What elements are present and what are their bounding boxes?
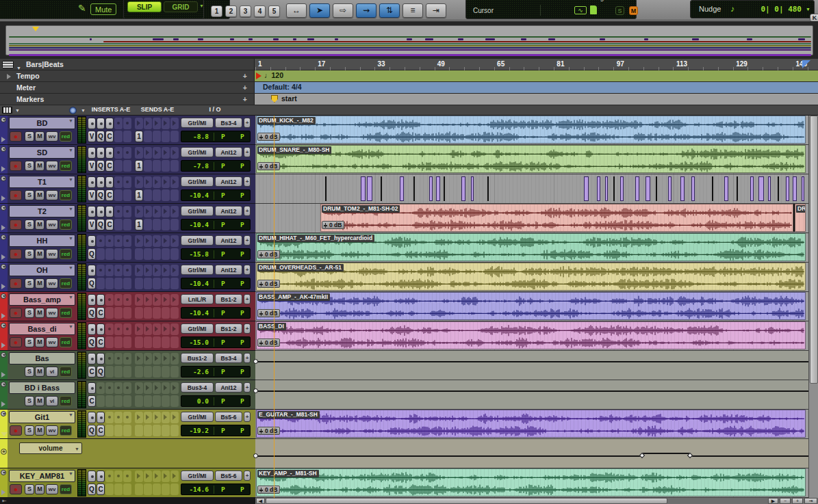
insert-button[interactable]: Q [88, 483, 96, 495]
input-path-button[interactable]: Gtrl/MI [181, 235, 214, 246]
track-name-plate[interactable]: OH ▼ [9, 264, 75, 276]
universe-view[interactable] [5, 25, 813, 55]
insert-slot[interactable] [97, 470, 105, 482]
volume-pan-display[interactable]: -2.6 P P [181, 366, 251, 377]
track-lane[interactable] [255, 351, 808, 380]
insert-button[interactable]: C [97, 336, 105, 348]
insert-button[interactable] [123, 219, 131, 230]
volume-pan-display[interactable]: -7.8 P P [181, 160, 251, 172]
edit-tool-button[interactable]: ≡ [402, 3, 423, 18]
solo-button[interactable]: S [25, 337, 34, 347]
record-mode-button[interactable]: red [60, 161, 72, 171]
add-meter-button[interactable]: + [243, 82, 247, 93]
tom-hit-clip[interactable] [646, 176, 650, 201]
record-mode-button[interactable]: red [60, 425, 72, 436]
vertical-scrollbar-thumb[interactable] [810, 116, 818, 384]
send-slot[interactable] [153, 265, 161, 276]
tom-hit-clip[interactable] [680, 176, 685, 201]
insert-button[interactable] [123, 278, 131, 289]
send-button[interactable] [162, 131, 170, 142]
track-color-strip[interactable] [0, 292, 8, 321]
send-button[interactable] [135, 425, 143, 436]
send-button[interactable] [170, 425, 179, 436]
send-slot[interactable] [162, 235, 170, 247]
track-lane[interactable]: DRUM_SNARE_-_M80-SH0 dB [255, 145, 808, 174]
zoom-in-button[interactable]: + [792, 498, 803, 504]
output-path-button[interactable]: Bs5-6 [215, 412, 242, 422]
insert-slot[interactable] [88, 470, 96, 482]
track-options-icon[interactable] [1, 323, 6, 328]
insert-button[interactable]: Q [88, 336, 96, 348]
insert-button[interactable] [105, 425, 114, 436]
automation-lane-selector[interactable]: volume▼ [19, 442, 82, 454]
sends-column-header[interactable]: SENDS A-E [135, 106, 180, 113]
insert-slot[interactable] [105, 147, 114, 159]
send-slot[interactable] [144, 412, 152, 423]
track-color-strip[interactable] [0, 351, 8, 380]
tom-hit-clip[interactable] [461, 176, 465, 201]
record-mode-button[interactable]: red [60, 308, 72, 318]
insert-button[interactable] [105, 248, 114, 260]
mute-button[interactable]: M [35, 367, 44, 377]
clip-gain-badge[interactable]: 0 dB [257, 280, 280, 288]
track-view-button[interactable]: wv [46, 278, 58, 289]
output-fader-mini-button[interactable]: + [244, 294, 251, 304]
audio-clip[interactable]: E_GUITAR_-_M81-SH0 dB [256, 410, 806, 438]
send-slot[interactable] [162, 382, 170, 394]
track-lane[interactable]: E_GUITAR_-_M81-SH0 dB [255, 410, 808, 439]
insert-button[interactable]: C [105, 219, 114, 230]
send-slot[interactable] [144, 147, 152, 159]
send-button[interactable] [170, 278, 179, 289]
output-path-button[interactable]: AnI12 [215, 147, 242, 157]
send-slot[interactable] [135, 176, 143, 188]
io-column-header[interactable]: I / O [181, 106, 249, 113]
insert-button[interactable]: Q [97, 366, 105, 377]
edit-tool-button[interactable]: ⇝ [356, 3, 376, 18]
audio-clip[interactable]: DRUM_KICK_-_M820 dB [256, 116, 806, 144]
send-button[interactable] [144, 189, 152, 201]
send-button[interactable] [162, 189, 170, 201]
record-enable-button[interactable]: ● [10, 190, 22, 200]
track-name-plate[interactable]: T1 ▼ [9, 176, 75, 188]
send-slot[interactable] [170, 147, 179, 159]
send-slot[interactable] [153, 235, 161, 247]
insert-slot[interactable] [105, 206, 114, 217]
record-mode-button[interactable]: red [60, 484, 72, 494]
clock-dropdown-icon[interactable]: ▼ [81, 108, 86, 113]
send-slot[interactable] [170, 118, 179, 129]
send-button[interactable] [144, 395, 152, 407]
send-button[interactable] [135, 395, 143, 407]
insert-button[interactable] [123, 483, 131, 495]
input-path-button[interactable]: Gtrl/MI [181, 176, 214, 187]
insert-slot[interactable] [105, 323, 114, 335]
track-lane[interactable]: DRUM_KICK_-_M820 dB [255, 116, 808, 145]
tom-hit-clip[interactable] [786, 176, 789, 201]
insert-button[interactable] [123, 248, 131, 260]
tom-hit-clip[interactable] [400, 176, 404, 201]
clip-gain-badge[interactable]: 0 dB [257, 309, 280, 317]
nudge-dropdown-icon[interactable]: ▼ [806, 7, 810, 12]
insert-button[interactable] [114, 483, 123, 495]
track-name-plate[interactable]: T2 ▼ [9, 205, 75, 217]
track-list-dropdown-icon[interactable]: ▼ [15, 108, 20, 113]
send-button[interactable] [170, 336, 179, 348]
automation-breakpoint[interactable] [253, 388, 258, 393]
mute-button[interactable]: M [35, 220, 44, 230]
insert-slot[interactable] [123, 147, 131, 159]
scroll-right-button[interactable]: ▶ [768, 498, 778, 504]
insert-slot[interactable] [123, 118, 131, 129]
send-button[interactable] [144, 307, 152, 319]
insert-slot[interactable] [123, 470, 131, 482]
clip-gain-badge[interactable]: 0 dB [257, 250, 280, 258]
send-slot[interactable] [144, 235, 152, 247]
ruler-label-bars-beats[interactable]: ▼ Bars|Beats [0, 59, 255, 70]
track-view-button[interactable]: wv [46, 425, 58, 436]
insert-slot[interactable] [123, 353, 131, 364]
insert-slot[interactable] [97, 118, 105, 129]
record-enable-button[interactable]: ● [10, 278, 22, 289]
tom-hit-clip[interactable] [613, 176, 615, 201]
edit-tool-button[interactable]: ⇥ [426, 3, 446, 18]
solo-button[interactable]: S [25, 308, 34, 318]
send-slot[interactable] [135, 353, 143, 364]
tempo-expand-icon[interactable] [7, 74, 11, 79]
